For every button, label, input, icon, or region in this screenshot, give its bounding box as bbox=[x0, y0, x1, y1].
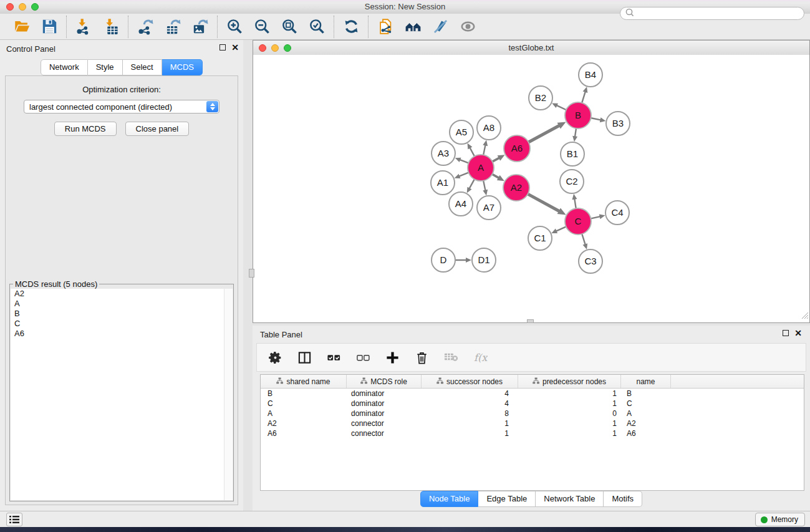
cell[interactable]: A2 bbox=[621, 418, 671, 428]
network-canvas[interactable]: B4B2BB3A8A5A6A3B1AC2A1A2A4A7C4CC1C3DD1 bbox=[253, 55, 809, 322]
tab-node-table[interactable]: Node Table bbox=[420, 491, 479, 507]
cell[interactable]: 1 bbox=[518, 389, 621, 399]
cell[interactable]: C bbox=[261, 399, 347, 409]
graph-node-C[interactable]: C bbox=[565, 208, 591, 235]
graph-node-D[interactable]: D bbox=[432, 248, 455, 272]
graph-node-A7[interactable]: A7 bbox=[477, 196, 501, 220]
save-icon[interactable] bbox=[41, 18, 58, 36]
cell[interactable]: A bbox=[261, 409, 347, 418]
column-header-predecessor-nodes[interactable]: predecessor nodes bbox=[518, 375, 621, 388]
close-panel-icon[interactable]: ✕ bbox=[794, 330, 802, 336]
cell[interactable]: 4 bbox=[422, 389, 518, 399]
home-icon[interactable] bbox=[404, 18, 422, 36]
resize-grip-icon[interactable] bbox=[801, 311, 809, 322]
cell[interactable]: dominator bbox=[347, 399, 422, 409]
cell[interactable]: 1 bbox=[422, 428, 518, 438]
cell[interactable]: 1 bbox=[518, 418, 621, 428]
cell[interactable]: 0 bbox=[518, 409, 621, 418]
graph-edge-A-A4[interactable] bbox=[469, 178, 475, 190]
graph-edge-A6-B[interactable] bbox=[528, 125, 560, 143]
network-document-icon[interactable] bbox=[377, 18, 394, 36]
cell[interactable]: 1 bbox=[518, 399, 621, 409]
close-panel-button[interactable]: Close panel bbox=[125, 122, 190, 136]
cell[interactable]: A2 bbox=[261, 418, 347, 428]
table-row[interactable]: Bdominator41B bbox=[261, 389, 804, 399]
graph-edge-C-C3[interactable] bbox=[582, 233, 586, 245]
graph-node-C2[interactable]: C2 bbox=[560, 170, 584, 193]
zoom-in-icon[interactable] bbox=[226, 18, 243, 36]
export-network-icon[interactable] bbox=[137, 18, 154, 36]
zoom-fit-icon[interactable] bbox=[281, 18, 298, 36]
run-mcds-button[interactable]: Run MCDS bbox=[54, 122, 117, 136]
graph-node-A4[interactable]: A4 bbox=[449, 192, 473, 216]
cell[interactable]: B bbox=[261, 389, 347, 399]
memory-button[interactable]: Memory bbox=[755, 513, 805, 526]
open-icon[interactable] bbox=[13, 18, 31, 36]
scrollbar-track[interactable] bbox=[224, 289, 233, 500]
graph-node-B2[interactable]: B2 bbox=[529, 86, 552, 110]
settings-icon[interactable] bbox=[268, 351, 282, 365]
mcds-result-item[interactable]: C bbox=[11, 319, 233, 329]
cell[interactable]: 1 bbox=[422, 418, 518, 428]
graph-node-C3[interactable]: C3 bbox=[579, 249, 602, 273]
export-image-icon[interactable] bbox=[191, 18, 209, 36]
mcds-result-item[interactable]: A6 bbox=[11, 329, 233, 339]
table-row[interactable]: Adominator80A bbox=[261, 409, 804, 418]
divider-handle[interactable] bbox=[249, 269, 254, 278]
mcds-result-item[interactable]: A bbox=[11, 299, 233, 309]
graph-edge-B-B4[interactable] bbox=[582, 91, 586, 104]
cell[interactable]: 1 bbox=[518, 428, 621, 438]
mcds-result-item[interactable]: A2 bbox=[11, 289, 233, 299]
graph-edge-A2-C[interactable] bbox=[527, 193, 560, 211]
graph-edge-B-B2[interactable] bbox=[556, 105, 567, 110]
cell[interactable]: dominator bbox=[347, 409, 422, 418]
cell[interactable]: 8 bbox=[422, 409, 518, 418]
graph-node-D1[interactable]: D1 bbox=[472, 248, 496, 272]
cell[interactable]: C bbox=[621, 399, 671, 409]
column-header-MCDS-role[interactable]: MCDS role bbox=[347, 375, 422, 388]
cell[interactable]: A6 bbox=[621, 428, 671, 438]
graph-node-A5[interactable]: A5 bbox=[450, 120, 473, 144]
import-table-icon[interactable] bbox=[102, 18, 120, 36]
graph-node-A6[interactable]: A6 bbox=[504, 135, 530, 162]
graph-node-A[interactable]: A bbox=[468, 155, 494, 181]
eye-icon[interactable] bbox=[459, 18, 476, 36]
column-header-shared-name[interactable]: shared name bbox=[261, 375, 347, 388]
refresh-icon[interactable] bbox=[342, 18, 360, 36]
graph-node-A1[interactable]: A1 bbox=[431, 171, 455, 195]
column-header-name[interactable]: name bbox=[621, 375, 671, 388]
graph-node-B1[interactable]: B1 bbox=[561, 142, 584, 166]
zoom-selected-icon[interactable] bbox=[308, 18, 325, 36]
graph-node-B4[interactable]: B4 bbox=[579, 63, 602, 87]
delete-row-icon[interactable] bbox=[415, 351, 429, 365]
cell[interactable]: connector bbox=[347, 418, 422, 428]
graph-node-A3[interactable]: A3 bbox=[432, 142, 455, 165]
graph-node-A2[interactable]: A2 bbox=[503, 175, 529, 201]
graph-edge-C-C1[interactable] bbox=[556, 226, 567, 231]
tab-motifs[interactable]: Motifs bbox=[604, 491, 642, 507]
add-row-icon[interactable] bbox=[385, 351, 400, 365]
search-field[interactable] bbox=[620, 7, 804, 20]
cell[interactable]: B bbox=[621, 389, 671, 399]
cell[interactable]: connector bbox=[347, 428, 422, 438]
tab-network[interactable]: Network bbox=[41, 59, 88, 75]
toggle-labels-icon[interactable] bbox=[432, 18, 449, 36]
task-history-button[interactable] bbox=[6, 513, 22, 526]
cell[interactable]: 4 bbox=[422, 399, 518, 409]
column-header-successor-nodes[interactable]: successor nodes bbox=[422, 375, 518, 388]
import-network-icon[interactable] bbox=[75, 18, 92, 36]
tab-network-table[interactable]: Network Table bbox=[536, 491, 604, 507]
tab-edge-table[interactable]: Edge Table bbox=[478, 491, 536, 507]
mcds-result-item[interactable]: B bbox=[11, 309, 233, 319]
zoom-out-icon[interactable] bbox=[253, 18, 271, 36]
table-row[interactable]: A6connector11A6 bbox=[261, 428, 804, 438]
deselect-all-icon[interactable] bbox=[356, 351, 370, 365]
criterion-dropdown[interactable]: largest connected component (directed) bbox=[24, 100, 219, 114]
tab-mcds[interactable]: MCDS bbox=[162, 59, 203, 75]
graph-node-C4[interactable]: C4 bbox=[605, 201, 629, 225]
cell[interactable]: dominator bbox=[347, 389, 422, 399]
columns-icon[interactable] bbox=[297, 351, 312, 365]
graph-node-A8[interactable]: A8 bbox=[477, 116, 501, 140]
table-row[interactable]: Cdominator41C bbox=[261, 399, 804, 409]
float-panel-icon[interactable] bbox=[783, 330, 789, 336]
